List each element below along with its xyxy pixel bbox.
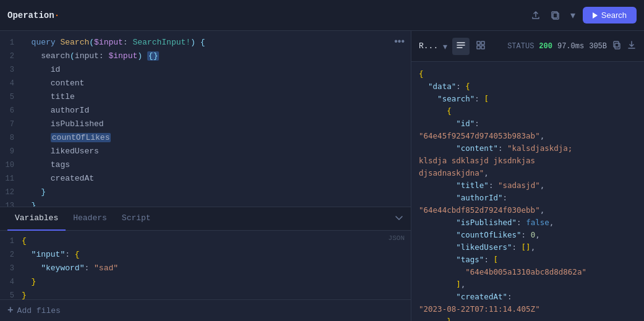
code-line-2: 2 search(input: $input) {} bbox=[0, 49, 411, 63]
left-panel: ••• 1 query Search($input: SearchInput!)… bbox=[0, 31, 411, 321]
svg-rect-4 bbox=[477, 46, 480, 49]
right-panel: R... ▾ STATUS 200 97.0ms 305B bbox=[411, 31, 644, 321]
code-line-8: 8 countOfLikes bbox=[0, 131, 411, 145]
svg-rect-3 bbox=[481, 41, 484, 45]
status-label: STATUS bbox=[507, 42, 534, 51]
response-header: R... ▾ STATUS 200 97.0ms 305B bbox=[411, 31, 644, 62]
grid-view-icon[interactable] bbox=[472, 38, 489, 55]
response-json: { "data": { "search": [ { "id": "64e45f9… bbox=[419, 68, 637, 321]
copy-query-icon[interactable] bbox=[548, 8, 563, 23]
plus-icon: + bbox=[7, 305, 14, 316]
main-content: ••• 1 query Search($input: SearchInput!)… bbox=[0, 31, 644, 321]
svg-rect-5 bbox=[481, 46, 484, 49]
operation-dot: · bbox=[54, 11, 59, 20]
var-line-2: 2 "input": { bbox=[0, 248, 411, 262]
response-name: R... bbox=[419, 41, 438, 51]
status-code: 200 bbox=[539, 42, 552, 51]
header-icons: ▾ bbox=[528, 7, 578, 24]
response-time: 97.0ms bbox=[557, 42, 584, 51]
code-line-10: 10 tags bbox=[0, 158, 411, 172]
response-body[interactable]: { "data": { "search": [ { "id": "64e45f9… bbox=[411, 62, 644, 321]
svg-rect-6 bbox=[615, 43, 620, 49]
code-line-3: 3 id bbox=[0, 63, 411, 77]
code-line-7: 7 isPublished bbox=[0, 118, 411, 131]
code-line-11: 11 createdAt bbox=[0, 172, 411, 186]
variables-editor[interactable]: JSON 1 { 2 "input": { 3 "keyword": "sad" bbox=[0, 231, 411, 299]
chevron-down-icon[interactable]: ▾ bbox=[568, 7, 578, 24]
view-icons bbox=[452, 38, 489, 55]
upload-icon[interactable] bbox=[528, 8, 543, 23]
add-files-label: Add files bbox=[17, 306, 61, 315]
svg-rect-7 bbox=[614, 41, 619, 47]
tab-variables[interactable]: Variables bbox=[7, 207, 66, 231]
code-line-4: 4 content bbox=[0, 77, 411, 90]
code-line-13: 13 } bbox=[0, 199, 411, 207]
search-label: Search bbox=[601, 11, 627, 20]
var-line-1: 1 { bbox=[0, 234, 411, 248]
play-icon bbox=[593, 12, 598, 19]
search-button[interactable]: Search bbox=[583, 7, 637, 24]
code-line-9: 9 likedUsers bbox=[0, 145, 411, 158]
variables-panel: Variables Headers Script JSON 1 { bbox=[0, 207, 411, 321]
tab-script[interactable]: Script bbox=[114, 207, 158, 231]
code-line-6: 6 authorId bbox=[0, 104, 411, 118]
svg-rect-2 bbox=[477, 41, 480, 45]
query-editor[interactable]: ••• 1 query Search($input: SearchInput!)… bbox=[0, 31, 411, 207]
code-line-5: 5 title bbox=[0, 90, 411, 104]
copy-response-icon[interactable] bbox=[612, 40, 622, 53]
code-line-1: 1 query Search($input: SearchInput!) { bbox=[0, 36, 411, 49]
editor-toolbar: ••• bbox=[394, 36, 405, 47]
var-line-4: 4 } bbox=[0, 275, 411, 289]
collapse-panel-icon[interactable] bbox=[395, 213, 403, 224]
code-line-12: 12 } bbox=[0, 186, 411, 199]
header-bar: Operation· ▾ Search bbox=[0, 0, 644, 31]
add-files-button[interactable]: + Add files bbox=[0, 299, 411, 321]
var-line-5: 5 } bbox=[0, 289, 411, 299]
response-size: 305B bbox=[589, 42, 607, 51]
tab-bar: Variables Headers Script bbox=[0, 207, 411, 231]
title-text: Operation bbox=[7, 11, 54, 20]
list-view-icon[interactable] bbox=[452, 38, 470, 55]
tab-headers[interactable]: Headers bbox=[66, 207, 114, 231]
var-line-3: 3 "keyword": "sad" bbox=[0, 262, 411, 275]
download-response-icon[interactable] bbox=[627, 40, 637, 53]
more-options-icon[interactable]: ••• bbox=[394, 36, 405, 47]
response-chevron-icon[interactable]: ▾ bbox=[443, 41, 447, 51]
json-format-label: JSON bbox=[389, 234, 405, 242]
operation-title: Operation· bbox=[7, 11, 59, 20]
status-badge: STATUS 200 97.0ms 305B bbox=[507, 42, 607, 51]
